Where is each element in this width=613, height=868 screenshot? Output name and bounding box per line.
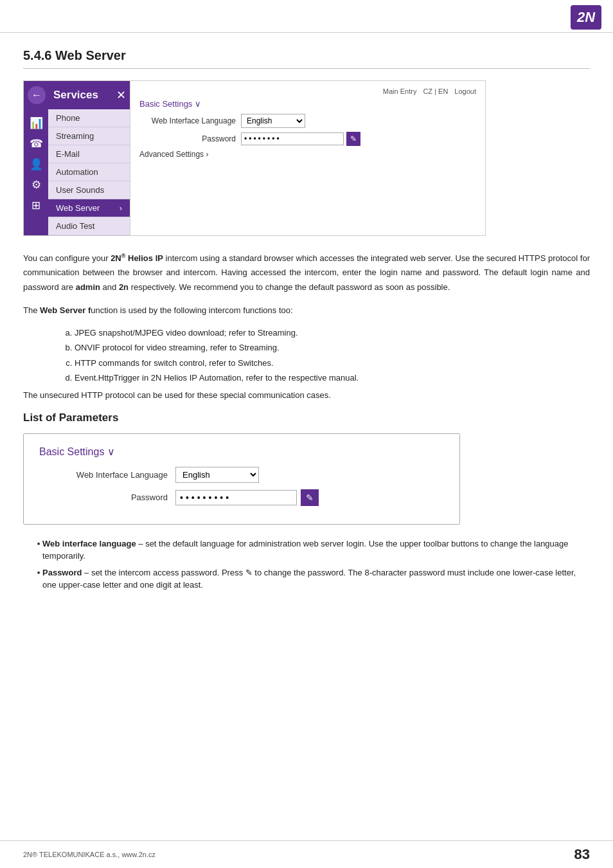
sidebar-item-usersounds[interactable]: User Sounds (48, 181, 130, 199)
top-bar: 2N (0, 0, 613, 33)
bullet-item-password: Password – set the intercom access passw… (42, 566, 590, 592)
web-interface-language-row: Web Interface Language English (139, 114, 476, 128)
sidebar-icons-col: 📊 ☎ 👤 ⚙ ⊞ (24, 109, 48, 235)
page-footer: 2N® TELEKOMUNIKACE a.s., www.2n.cz 83 (0, 840, 613, 868)
large-web-lang-control: English (175, 467, 259, 483)
list-of-parameters-title: List of Parameters (23, 411, 590, 424)
logo: 2N (571, 5, 601, 30)
large-password-control: ✎ (175, 489, 319, 506)
sidebar-item-automation[interactable]: Automation (48, 163, 130, 181)
list-item-b: ONVIF protocol for video streaming, refe… (75, 341, 590, 354)
sidebar-close-icon[interactable]: ✕ (116, 88, 126, 102)
chart-sidebar-icon[interactable]: 📊 (24, 113, 48, 132)
sidebar-item-webserver-label: Web Server (56, 203, 100, 213)
basic-settings-header[interactable]: Basic Settings ∨ (139, 99, 476, 109)
panel-right-content: Main Entry CZ | EN Logout Basic Settings… (130, 81, 485, 235)
footer-copyright: 2N® TELEKOMUNIKACE a.s., www.2n.cz (23, 851, 155, 858)
sidebar-item-phone[interactable]: Phone (48, 109, 130, 127)
body-paragraph-3: The unsecured HTTP protocol can be used … (23, 388, 590, 402)
list-item-d: Event.HttpTrigger in 2N Helios IP Automa… (75, 372, 590, 384)
language-select[interactable]: English (241, 114, 305, 128)
ui-panel: ← Services ✕ 📊 ☎ 👤 ⚙ ⊞ Phone Streamin (23, 80, 486, 236)
large-password-input[interactable] (175, 490, 297, 505)
large-basic-settings-header[interactable]: Basic Settings ∨ (39, 446, 444, 458)
logout-link[interactable]: Logout (454, 87, 476, 95)
section-title: 5.4.6 Web Server (23, 48, 590, 69)
gear-sidebar-icon[interactable]: ⚙ (24, 175, 48, 194)
main-entry-link[interactable]: Main Entry (383, 87, 417, 95)
large-web-lang-label: Web Interface Language (39, 470, 168, 480)
large-web-lang-row: Web Interface Language English (39, 467, 444, 483)
password-edit-button[interactable]: ✎ (346, 132, 360, 146)
sidebar-item-audiotest[interactable]: Audio Test (48, 217, 130, 235)
list-item-c: HTTP commands for switch control, refer … (75, 357, 590, 370)
web-interface-language-label: Web Interface Language (139, 116, 236, 125)
nav-separator: CZ | EN (423, 87, 448, 95)
function-list: JPEG snapshot/MJPEG video download; refe… (75, 327, 590, 384)
large-password-label: Password (39, 493, 168, 502)
person-sidebar-icon[interactable]: 👤 (24, 154, 48, 174)
back-button[interactable]: ← (28, 86, 46, 104)
sidebar-nav-col: Phone Streaming E-Mail Automation User S… (48, 109, 130, 235)
parameter-bullet-list: Web interface language – set the default… (42, 538, 590, 592)
sidebar-item-webserver-arrow: › (120, 203, 122, 213)
large-language-select[interactable]: English (175, 467, 259, 483)
panel-top-nav: Main Entry CZ | EN Logout (139, 87, 476, 95)
body-paragraph-2: The Web Server function is used by the f… (23, 303, 590, 318)
advanced-settings-link[interactable]: Advanced Settings › (139, 150, 476, 159)
list-item-a: JPEG snapshot/MJPEG video download; refe… (75, 327, 590, 339)
web-interface-language-control: English (241, 114, 305, 128)
password-label: Password (139, 134, 236, 143)
password-row: Password ✎ (139, 132, 476, 146)
sidebar-title: Services (53, 89, 112, 102)
page-content: 5.4.6 Web Server ← Services ✕ 📊 ☎ 👤 ⚙ (0, 33, 613, 613)
password-input[interactable] (241, 132, 344, 145)
large-password-row: Password ✎ (39, 489, 444, 506)
sidebar-item-email[interactable]: E-Mail (48, 145, 130, 163)
body-paragraph-1: You can configure your 2N® Helios IP int… (23, 251, 590, 294)
sidebar-item-streaming[interactable]: Streaming (48, 127, 130, 145)
grid-sidebar-icon[interactable]: ⊞ (24, 195, 48, 215)
large-password-edit-button[interactable]: ✎ (301, 489, 319, 506)
sidebar-item-webserver[interactable]: Web Server › (48, 199, 130, 217)
back-icon: ← (31, 89, 42, 101)
password-control: ✎ (241, 132, 360, 146)
bullet-item-language: Web interface language – set the default… (42, 538, 590, 563)
footer-page-number: 83 (574, 846, 590, 863)
phone-sidebar-icon[interactable]: ☎ (24, 134, 48, 153)
large-settings-box: Basic Settings ∨ Web Interface Language … (23, 433, 460, 525)
panel-sidebar: ← Services ✕ 📊 ☎ 👤 ⚙ ⊞ Phone Streamin (24, 81, 130, 235)
